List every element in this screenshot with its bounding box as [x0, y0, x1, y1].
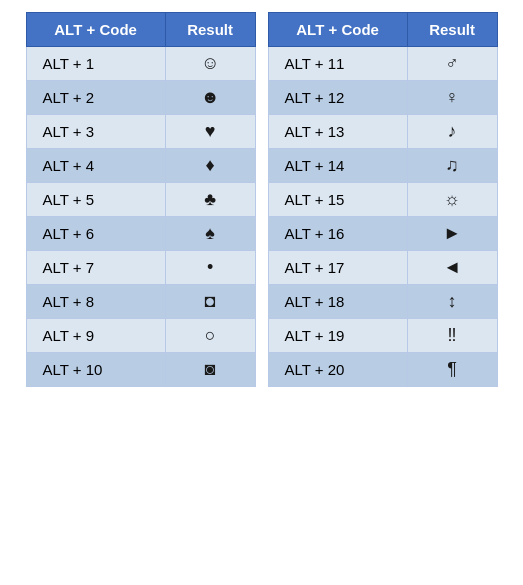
code-cell: ALT + 15: [268, 183, 407, 217]
table-row: ALT + 18↕: [268, 285, 497, 319]
code-cell: ALT + 16: [268, 217, 407, 251]
table-row: ALT + 1☺: [26, 47, 255, 81]
result-cell: ○: [165, 319, 255, 353]
table-row: ALT + 14♫: [268, 149, 497, 183]
code-cell: ALT + 4: [26, 149, 165, 183]
table-row: ALT + 3♥: [26, 115, 255, 149]
code-cell: ALT + 6: [26, 217, 165, 251]
table-row: ALT + 11♂: [268, 47, 497, 81]
result-cell: ◄: [407, 251, 497, 285]
table2-header-code: ALT + Code: [268, 13, 407, 47]
result-cell: ♥: [165, 115, 255, 149]
code-cell: ALT + 14: [268, 149, 407, 183]
result-cell: ♦: [165, 149, 255, 183]
alt-codes-table-1: ALT + Code Result ALT + 1☺ALT + 2☻ALT + …: [26, 12, 256, 387]
result-cell: ♂: [407, 47, 497, 81]
result-cell: ►: [407, 217, 497, 251]
result-cell: ♪: [407, 115, 497, 149]
result-cell: ¶: [407, 353, 497, 387]
result-cell: ♣: [165, 183, 255, 217]
code-cell: ALT + 11: [268, 47, 407, 81]
table-row: ALT + 9○: [26, 319, 255, 353]
alt-codes-table-2: ALT + Code Result ALT + 11♂ALT + 12♀ALT …: [268, 12, 498, 387]
code-cell: ALT + 5: [26, 183, 165, 217]
result-cell: ♠: [165, 217, 255, 251]
table-row: ALT + 2☻: [26, 81, 255, 115]
result-cell: ◙: [165, 353, 255, 387]
table1-header-code: ALT + Code: [26, 13, 165, 47]
result-cell: ‼: [407, 319, 497, 353]
result-cell: ↕: [407, 285, 497, 319]
code-cell: ALT + 8: [26, 285, 165, 319]
result-cell: ◘: [165, 285, 255, 319]
table-row: ALT + 4♦: [26, 149, 255, 183]
table-row: ALT + 6♠: [26, 217, 255, 251]
code-cell: ALT + 7: [26, 251, 165, 285]
code-cell: ALT + 1: [26, 47, 165, 81]
result-cell: ☼: [407, 183, 497, 217]
code-cell: ALT + 10: [26, 353, 165, 387]
table-row: ALT + 5♣: [26, 183, 255, 217]
table-row: ALT + 20¶: [268, 353, 497, 387]
table-row: ALT + 16►: [268, 217, 497, 251]
code-cell: ALT + 9: [26, 319, 165, 353]
result-cell: ☻: [165, 81, 255, 115]
result-cell: •: [165, 251, 255, 285]
code-cell: ALT + 12: [268, 81, 407, 115]
table-row: ALT + 15☼: [268, 183, 497, 217]
table2-header-result: Result: [407, 13, 497, 47]
result-cell: ♫: [407, 149, 497, 183]
code-cell: ALT + 2: [26, 81, 165, 115]
code-cell: ALT + 3: [26, 115, 165, 149]
code-cell: ALT + 13: [268, 115, 407, 149]
result-cell: ☺: [165, 47, 255, 81]
table1-header-result: Result: [165, 13, 255, 47]
code-cell: ALT + 18: [268, 285, 407, 319]
result-cell: ♀: [407, 81, 497, 115]
table-row: ALT + 12♀: [268, 81, 497, 115]
table-row: ALT + 17◄: [268, 251, 497, 285]
code-cell: ALT + 19: [268, 319, 407, 353]
table-row: ALT + 13♪: [268, 115, 497, 149]
tables-wrapper: ALT + Code Result ALT + 1☺ALT + 2☻ALT + …: [26, 12, 498, 387]
table-row: ALT + 19‼: [268, 319, 497, 353]
code-cell: ALT + 20: [268, 353, 407, 387]
code-cell: ALT + 17: [268, 251, 407, 285]
table-row: ALT + 7•: [26, 251, 255, 285]
table-row: ALT + 10◙: [26, 353, 255, 387]
table-row: ALT + 8◘: [26, 285, 255, 319]
